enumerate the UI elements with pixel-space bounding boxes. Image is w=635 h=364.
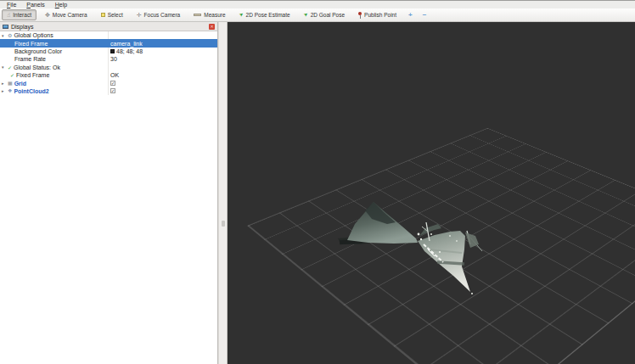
status-ok-check-icon: ✓ — [8, 64, 12, 70]
pointcloud-render — [228, 22, 635, 364]
interact-button[interactable]: ☝ Interact — [2, 9, 37, 20]
remove-tool-button[interactable]: − — [419, 11, 430, 19]
pose-estimate-button[interactable]: ➤ 2D Pose Estimate — [234, 9, 295, 20]
displays-tree: ▾ ⚙ Global Options Fixed Frame camera_li… — [0, 31, 217, 364]
row-global-status[interactable]: ▾ ✓ Global Status: Ok — [0, 64, 217, 71]
main-area: Displays ✕ ▾ ⚙ Global Options Fixed Fram… — [0, 22, 635, 364]
focus-camera-button[interactable]: ✛ Focus Camera — [132, 9, 186, 20]
fixed-frame-status-value: OK — [109, 71, 217, 79]
goal-pose-button[interactable]: ➤ 2D Goal Pose — [299, 9, 351, 20]
menu-panels[interactable]: Panels — [22, 1, 48, 8]
status-ok-check-icon: ✓ — [10, 72, 14, 78]
row-fixed-frame-status[interactable]: ✓ Fixed Frame OK — [0, 71, 217, 79]
pose-estimate-label: 2D Pose Estimate — [246, 12, 290, 18]
goal-pose-label: 2D Goal Pose — [311, 12, 345, 18]
toolbar: ☝ Interact ✥ Move Camera Select ✛ Focus … — [0, 8, 635, 22]
panel-title-text: Displays — [11, 24, 206, 30]
grid-enabled-checkbox[interactable]: ✓ — [110, 81, 115, 86]
menu-help[interactable]: Help — [51, 1, 71, 8]
displays-panel-icon — [3, 25, 8, 29]
menu-bar: File Panels Help — [0, 0, 635, 8]
pointcloud2-enabled-checkbox[interactable]: ✓ — [110, 88, 115, 93]
row-label: Fixed Frame — [16, 72, 49, 78]
row-value — [109, 31, 217, 39]
hand-icon: ☝ — [7, 12, 10, 18]
chevron-right-icon[interactable]: ▸ — [2, 88, 6, 93]
ruler-icon — [194, 14, 201, 16]
gear-icon: ⚙ — [8, 33, 12, 38]
goal-pose-arrow-icon: ➤ — [302, 11, 309, 19]
fixed-frame-value[interactable]: camera_link — [109, 39, 217, 47]
focus-camera-label: Focus Camera — [144, 12, 181, 18]
row-fixed-frame[interactable]: Fixed Frame camera_link — [0, 39, 217, 47]
publish-point-pin-icon — [358, 12, 362, 15]
row-label: Background Color — [14, 48, 62, 54]
color-swatch — [110, 49, 115, 53]
focus-crosshair-icon: ✛ — [137, 12, 142, 18]
frame-rate-value[interactable]: 30 — [109, 55, 217, 63]
row-label: Grid — [14, 81, 26, 87]
row-frame-rate[interactable]: Frame Rate 30 — [0, 55, 217, 63]
row-value — [109, 64, 217, 71]
select-button[interactable]: Select — [96, 9, 128, 20]
row-pointcloud2-display[interactable]: ▸ ❖ PointCloud2 ✓ — [0, 87, 217, 95]
move-camera-label: Move Camera — [53, 12, 87, 18]
row-label: Frame Rate — [14, 56, 46, 62]
panel-splitter[interactable] — [218, 22, 228, 364]
select-box-icon — [101, 13, 105, 17]
row-label: Fixed Frame — [14, 41, 48, 47]
select-label: Select — [108, 12, 123, 18]
interact-label: Interact — [13, 12, 31, 18]
move-camera-button[interactable]: ✥ Move Camera — [40, 9, 93, 20]
splitter-handle-icon[interactable] — [222, 221, 225, 227]
row-grid-display[interactable]: ▸ ▦ Grid ✓ — [0, 79, 217, 87]
displays-panel: Displays ✕ ▾ ⚙ Global Options Fixed Fram… — [0, 22, 218, 364]
pointcloud-icon: ❖ — [8, 88, 12, 93]
row-label: PointCloud2 — [14, 88, 48, 94]
close-icon[interactable]: ✕ — [209, 24, 215, 30]
row-label: Global Options — [14, 32, 53, 38]
measure-button[interactable]: Measure — [188, 9, 230, 20]
grid-display-icon: ▦ — [8, 81, 13, 86]
pose-estimate-arrow-icon: ➤ — [238, 11, 244, 19]
menu-file[interactable]: File — [3, 1, 20, 8]
displays-panel-title: Displays ✕ — [0, 22, 217, 31]
publish-point-label: Publish Point — [364, 12, 396, 18]
color-value-text: 48; 48; 48 — [116, 48, 143, 54]
add-tool-button[interactable]: + — [405, 11, 416, 19]
row-background-color[interactable]: Background Color 48; 48; 48 — [0, 48, 217, 55]
measure-label: Measure — [204, 12, 225, 18]
background-color-value[interactable]: 48; 48; 48 — [109, 48, 217, 55]
render-viewport[interactable] — [228, 22, 635, 364]
chevron-down-icon[interactable]: ▾ — [2, 64, 6, 70]
publish-point-button[interactable]: Publish Point — [353, 9, 402, 20]
row-label: Global Status: Ok — [14, 64, 60, 70]
chevron-right-icon[interactable]: ▸ — [2, 81, 6, 86]
row-global-options[interactable]: ▾ ⚙ Global Options — [0, 31, 217, 39]
move-icon: ✥ — [45, 12, 50, 18]
chevron-down-icon[interactable]: ▾ — [2, 33, 6, 38]
